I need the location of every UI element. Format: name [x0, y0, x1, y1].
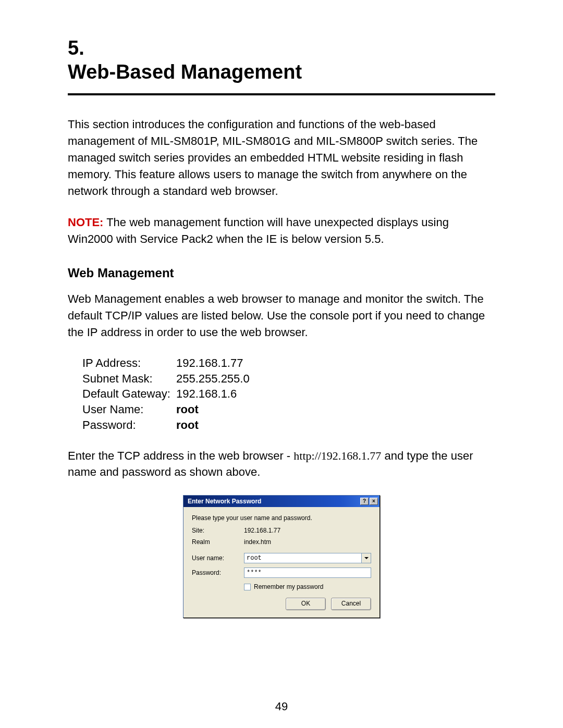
- username-input[interactable]: root: [244, 553, 362, 563]
- dialog-titlebar: Enter Network Password ? ×: [183, 496, 380, 507]
- help-icon[interactable]: ?: [360, 498, 369, 505]
- dialog-password-row: Password: ****: [192, 567, 371, 578]
- password-input[interactable]: ****: [244, 567, 371, 578]
- note-paragraph: NOTE: The web management function will h…: [68, 214, 495, 248]
- dialog-username-row: User name: root: [192, 553, 371, 563]
- password-label: Password:: [82, 417, 176, 433]
- dialog-site-value: 192.168.1.77: [244, 527, 371, 534]
- dialog-figure: Enter Network Password ? × Please type y…: [68, 495, 495, 618]
- dialog-realm-label: Realm: [192, 538, 244, 546]
- heading-rule: [68, 93, 495, 95]
- username-label: User Name:: [82, 402, 176, 417]
- ip-value: 192.168.1.77: [176, 355, 243, 371]
- titlebar-buttons: ? ×: [360, 498, 378, 505]
- dialog-site-row: Site: 192.168.1.77: [192, 527, 371, 534]
- defaults-block: IP Address: 192.168.1.77 Subnet Mask: 25…: [82, 355, 495, 433]
- note-text: The web management function will have un…: [68, 216, 449, 245]
- close-icon[interactable]: ×: [370, 498, 378, 505]
- enter-url: http://192.168.1.77: [293, 449, 381, 462]
- password-value: root: [176, 417, 199, 433]
- note-label: NOTE:: [68, 216, 103, 229]
- remember-label: Remember my password: [254, 583, 323, 590]
- web-management-paragraph: Web Management enables a web browser to …: [68, 291, 495, 341]
- chevron-down-icon: [364, 557, 369, 559]
- default-subnet-row: Subnet Mask: 255.255.255.0: [82, 371, 495, 387]
- dialog-password-label: Password:: [192, 569, 244, 576]
- chapter-heading: 5. Web-Based Management: [68, 36, 495, 84]
- cancel-button[interactable]: Cancel: [331, 598, 371, 610]
- dialog-realm-value: index.htm: [244, 538, 371, 546]
- subnet-value: 255.255.255.0: [176, 371, 250, 387]
- enter-text-1: Enter the TCP address in the web browser…: [68, 449, 293, 462]
- default-password-row: Password: root: [82, 417, 495, 433]
- chapter-title: Web-Based Management: [68, 61, 302, 83]
- ok-button[interactable]: OK: [286, 598, 326, 610]
- default-username-row: User Name: root: [82, 402, 495, 417]
- password-field-wrap: ****: [244, 567, 371, 578]
- enter-address-paragraph: Enter the TCP address in the web browser…: [68, 448, 495, 481]
- dialog-instruction: Please type your user name and password.: [192, 514, 371, 522]
- username-dropdown-button[interactable]: [362, 553, 371, 563]
- dialog-site-label: Site:: [192, 527, 244, 534]
- page-number: 49: [0, 700, 563, 713]
- subnet-label: Subnet Mask:: [82, 371, 176, 387]
- dialog-username-label: User name:: [192, 554, 244, 562]
- dialog-realm-row: Realm index.htm: [192, 538, 371, 546]
- auth-dialog: Enter Network Password ? × Please type y…: [183, 495, 380, 618]
- username-combo[interactable]: root: [244, 553, 371, 563]
- remember-checkbox[interactable]: [244, 584, 251, 590]
- ip-label: IP Address:: [82, 355, 176, 371]
- dialog-button-row: OK Cancel: [192, 598, 371, 610]
- document-page: 5. Web-Based Management This section int…: [0, 0, 563, 728]
- intro-paragraph: This section introduces the configuratio…: [68, 116, 495, 199]
- gateway-value: 192.168.1.6: [176, 386, 237, 402]
- default-gateway-row: Default Gateway: 192.168.1.6: [82, 386, 495, 402]
- dialog-title: Enter Network Password: [188, 498, 261, 505]
- dialog-body: Please type your user name and password.…: [183, 507, 380, 618]
- default-ip-row: IP Address: 192.168.1.77: [82, 355, 495, 371]
- chapter-number: 5.: [68, 37, 84, 59]
- username-value: root: [176, 402, 199, 417]
- web-management-subheading: Web Management: [68, 266, 495, 280]
- remember-row[interactable]: Remember my password: [244, 583, 371, 590]
- gateway-label: Default Gateway:: [82, 386, 176, 402]
